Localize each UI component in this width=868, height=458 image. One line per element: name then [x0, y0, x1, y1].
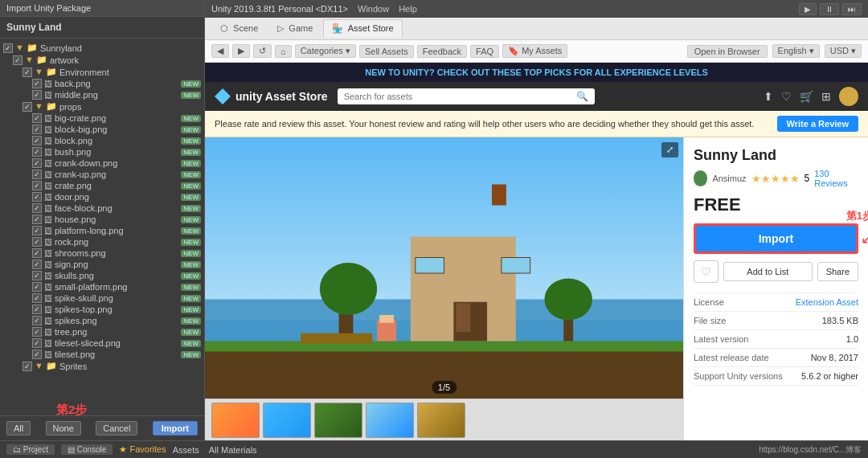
reviews-link[interactable]: 130 Reviews [814, 169, 858, 188]
svg-rect-15 [377, 321, 396, 341]
tree-item[interactable]: 🖼block-big.pngNEW [0, 124, 204, 135]
open-browser-button[interactable]: Open in Browser [687, 45, 768, 58]
feedback-button[interactable]: Feedback [417, 45, 467, 58]
tree-item[interactable]: ▼ 📁Sprites [0, 360, 204, 372]
all-button[interactable]: All [6, 421, 31, 436]
thumbnail-1[interactable] [211, 403, 260, 438]
cart-icon[interactable]: 🛒 [800, 90, 813, 103]
step2-annotation: 第2步 [56, 403, 87, 418]
search-input[interactable] [344, 92, 576, 101]
share-button[interactable]: Share [817, 262, 858, 281]
thumbnail-5[interactable] [417, 403, 465, 438]
sell-assets-button[interactable]: Sell Assets [359, 45, 414, 58]
tree-item[interactable]: 🖼platform-long.pngNEW [0, 225, 204, 236]
assets-label: Assets [173, 445, 199, 455]
tree-item[interactable]: 🖼rock.pngNEW [0, 236, 204, 247]
file-icon: 🖼 [44, 249, 52, 258]
tree-item[interactable]: 🖼crank-down.pngNEW [0, 157, 204, 169]
tree-item[interactable]: 🖼house.pngNEW [0, 214, 204, 225]
tree-item[interactable]: 🖼spike-skull.pngNEW [0, 292, 204, 304]
thumbnail-4[interactable] [366, 403, 414, 438]
tree-item[interactable]: 🖼skulls.pngNEW [0, 270, 204, 281]
info-value[interactable]: Extension Asset [796, 297, 858, 307]
expand-button[interactable]: ⤢ [661, 142, 678, 157]
new-badge: NEW [181, 284, 201, 291]
tree-item-label: middle.png [55, 90, 98, 100]
thumbnail-3[interactable] [314, 403, 362, 438]
file-icon: 🖼 [44, 238, 52, 247]
tab-scene[interactable]: ⬡ Scene [211, 19, 267, 38]
info-value: 1.0 [846, 334, 858, 344]
forward-button[interactable]: ▶ [232, 44, 250, 58]
tree-item[interactable]: 🖼door.pngNEW [0, 191, 204, 202]
console-tab[interactable]: ▤ Console [61, 444, 113, 455]
tree-item[interactable]: 🖼spikes-top.pngNEW [0, 304, 204, 315]
tree-item[interactable]: 🖼back.pngNEW [0, 78, 204, 89]
tab-asset-store[interactable]: 🏪 Asset Store [323, 19, 402, 38]
menu-help[interactable]: Help [399, 4, 417, 14]
add-to-list-button[interactable]: Add to List [723, 262, 813, 281]
user-avatar[interactable] [839, 87, 858, 106]
pause-button[interactable]: ⏸ [820, 3, 839, 15]
reload-button[interactable]: ↺ [253, 44, 272, 58]
asset-import-button[interactable]: Import [694, 223, 858, 254]
tree-item[interactable]: 🖼spikes.pngNEW [0, 315, 204, 326]
categories-button[interactable]: Categories ▾ [295, 44, 356, 58]
tree-item[interactable]: 🖼tree.pngNEW [0, 326, 204, 337]
grid-icon[interactable]: ⊞ [821, 90, 831, 103]
none-button[interactable]: None [46, 421, 81, 436]
search-box[interactable]: 🔍 [338, 88, 595, 104]
asset-price: FREE [694, 194, 858, 215]
import-button[interactable]: Import [153, 421, 198, 436]
project-tab[interactable]: 🗂 Project [6, 444, 55, 455]
store-tab-icon: 🏪 [332, 23, 343, 33]
action-row: ♡ Add to List Share [694, 260, 858, 283]
wishlist-icon[interactable]: ♡ [781, 90, 792, 103]
upload-icon[interactable]: ⬆ [764, 90, 773, 103]
home-button[interactable]: ⌂ [275, 45, 292, 58]
tree-item-label: tree.png [55, 327, 87, 337]
file-icon: 🖼 [44, 114, 52, 123]
tree-item[interactable]: 🖼crank-up.pngNEW [0, 169, 204, 180]
tab-game[interactable]: ▷ Game [268, 19, 321, 38]
file-icon: 🖼 [44, 159, 52, 168]
write-review-button[interactable]: Write a Review [777, 116, 858, 132]
play-button[interactable]: ▶ [799, 3, 817, 15]
cancel-button[interactable]: Cancel [96, 421, 137, 436]
author-row: Ansimuz ★★★★★ 5 130 Reviews [694, 169, 858, 188]
tree-item[interactable]: 🖼block.pngNEW [0, 135, 204, 146]
tree-item[interactable]: 🖼tileset-sliced.pngNEW [0, 337, 204, 349]
bottom-bar: 🗂 Project ▤ Console ★ Favorites Assets A… [0, 440, 868, 458]
tree-item[interactable]: ▼ 📁Environment [0, 66, 204, 78]
wishlist-button[interactable]: ♡ [694, 260, 719, 283]
tree-item[interactable]: 🖼shrooms.pngNEW [0, 247, 204, 259]
back-button[interactable]: ◀ [211, 44, 229, 58]
search-icon[interactable]: 🔍 [576, 91, 588, 102]
new-badge: NEW [181, 80, 201, 88]
tree-item[interactable]: 🖼big-crate.pngNEW [0, 112, 204, 124]
menu-window[interactable]: Window [358, 4, 389, 14]
store-logo: unity Asset Store [215, 88, 328, 104]
tree-item-label: tileset.png [55, 350, 95, 359]
info-label: Latest release date [694, 353, 769, 362]
tree-item[interactable]: ▼ 📁props [0, 100, 204, 112]
tree-item[interactable]: 🖼bush.pngNEW [0, 146, 204, 157]
tree-item[interactable]: 🖼face-block.pngNEW [0, 202, 204, 214]
window-title-bar: Unity 2019.3.8f1 Personal <DX11> Window … [205, 0, 868, 18]
faq-button[interactable]: FAQ [470, 45, 499, 58]
my-assets-button[interactable]: 🔖 My Assets [502, 44, 567, 58]
tree-item[interactable]: 🖼tileset.pngNEW [0, 349, 204, 360]
tree-item[interactable]: ▼ 📁artwork [0, 54, 204, 66]
tree-item[interactable]: 🖼middle.pngNEW [0, 89, 204, 100]
file-icon: 🖼 [44, 125, 52, 134]
language-button[interactable]: English ▾ [772, 44, 820, 58]
tree-item[interactable]: 🖼crate.pngNEW [0, 180, 204, 191]
asset-title: Sunny Land [694, 147, 858, 164]
tree-item[interactable]: 🖼small-platform.pngNEW [0, 281, 204, 292]
currency-button[interactable]: USD ▾ [825, 44, 862, 58]
step-button[interactable]: ⏭ [842, 3, 862, 15]
file-tree[interactable]: ▼ 📁Sunnyland▼ 📁artwork▼ 📁Environment🖼bac… [0, 39, 204, 415]
tree-item[interactable]: 🖼sign.pngNEW [0, 259, 204, 270]
tree-item[interactable]: ▼ 📁Sunnyland [0, 42, 204, 54]
thumbnail-2[interactable] [263, 403, 311, 438]
